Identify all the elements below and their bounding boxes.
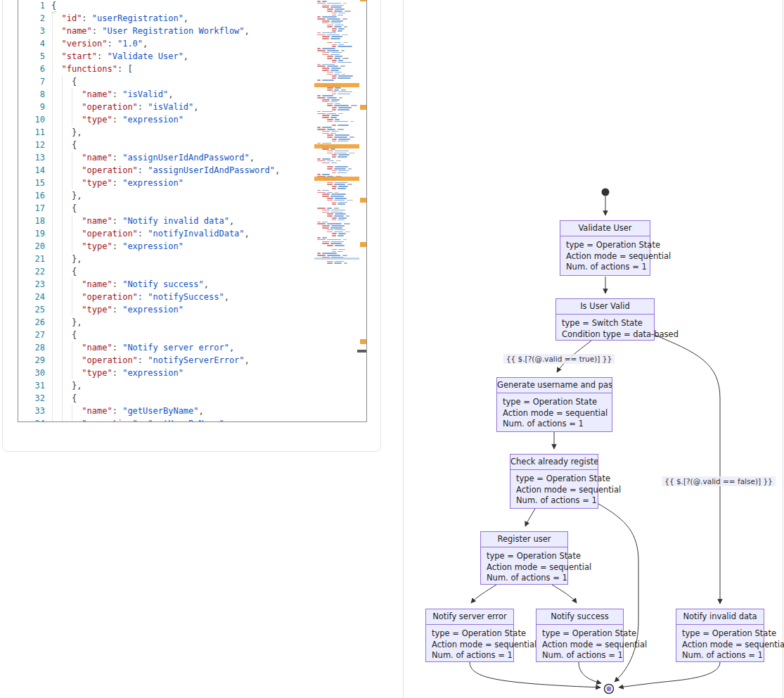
line-number: 3 [18,25,45,37]
line-number: 33 [18,405,45,417]
state-node-property: Action mode = sequential [516,485,598,496]
minimap-match-highlight [314,177,359,181]
state-node-property: Num. of actions = 1 [516,495,598,507]
line-number: 18 [18,215,45,227]
state-node-property: Action mode = sequential [566,251,650,262]
code-line: 13 "name": "assignUserIdAndPassword", [18,151,314,164]
state-node-title: Notify success [536,609,623,625]
state-node-property: Num. of actions = 1 [682,650,764,661]
state-node-property: Num. of actions = 1 [542,650,623,661]
line-number: 10 [18,113,45,126]
line-number: 2 [18,12,45,25]
workflow-diagram: Validate Usertype = Operation StateActio… [403,0,783,698]
start-node[interactable] [602,189,610,196]
line-number: 9 [18,101,45,113]
code-line: 16 }, [18,189,314,202]
minimap-match-highlight [314,83,359,87]
state-node-notify-success[interactable]: Notify successtype = Operation StateActi… [536,609,624,662]
code-line: 32 { [18,392,314,405]
state-node-register-user[interactable]: Register usertype = Operation StateActio… [480,531,568,585]
state-node-property: Action mode = sequential [503,408,612,419]
code-line: 20 "type": "expression" [18,240,314,253]
state-node-validate-user[interactable]: Validate Usertype = Operation StateActio… [560,220,650,276]
code-line: 23 "name": "Notify success", [18,278,314,291]
line-number: 1 [18,0,45,12]
code-lines: 1{2 "id": "userRegistration",3 "name": "… [18,0,314,422]
minimap[interactable] [314,1,359,416]
line-number: 12 [18,139,45,151]
state-node-property: type = Operation State [682,628,764,640]
code-line: 21 }, [18,253,314,265]
line-number: 31 [18,379,45,392]
end-node[interactable] [605,685,614,694]
code-line: 27 { [18,329,314,341]
line-number: 26 [18,316,45,329]
code-line: 9 "operation": "isValid", [18,101,314,113]
code-line: 24 "operation": "notifySuccess", [18,291,314,303]
page: 1{2 "id": "userRegistration",3 "name": "… [0,0,784,698]
line-number: 7 [18,75,45,88]
state-node-property: Num. of actions = 1 [487,573,567,584]
code-editor[interactable]: 1{2 "id": "userRegistration",3 "name": "… [18,0,367,422]
code-line: 19 "operation": "notifyInvalidData", [18,227,314,240]
state-node-notify-invalid-data[interactable]: Notify invalid datatype = Operation Stat… [676,609,764,662]
overview-ruler[interactable] [360,1,367,416]
line-number: 29 [18,354,45,367]
line-number: 24 [18,291,45,303]
code-line: 5 "start": "Validate User", [18,50,314,63]
state-node-generate-username-and-password[interactable]: Generate username and passwordtype = Ope… [496,377,612,432]
state-node-property: Action mode = sequential [487,562,567,573]
code-line: 33 "name": "getUserByName", [18,405,314,417]
minimap-selection-highlight [314,258,359,260]
line-number: 6 [18,63,45,75]
code-line: 1{ [18,0,314,12]
code-line: 31 }, [18,379,314,392]
line-number: 27 [18,329,45,341]
line-number: 11 [18,126,45,139]
code-line: 26 }, [18,316,314,329]
line-number: 30 [18,367,45,379]
line-number: 23 [18,278,45,291]
code-line: 6 "functions": [ [18,63,314,75]
code-line: 18 "name": "Notify invalid data", [18,215,314,227]
ruler-match-mark [360,198,367,203]
state-node-title: Generate username and password [497,378,612,393]
line-number: 34 [18,417,45,422]
code-line: 7 { [18,75,314,88]
state-node-is-user-valid[interactable]: Is User Validtype = Switch StateConditio… [555,298,655,341]
line-number: 25 [18,303,45,316]
code-line: 15 "type": "expression" [18,177,314,189]
ruler-cursor-mark [357,350,367,353]
line-number: 8 [18,88,45,101]
code-line: 3 "name": "User Registration Workflow", [18,25,314,37]
code-line: 12 { [18,139,314,151]
code-line: 34 "operation": "getUserByName", [18,417,314,422]
line-number: 16 [18,189,45,202]
code-line: 28 "name": "Notify server error", [18,341,314,354]
line-number: 20 [18,240,45,253]
code-line: 2 "id": "userRegistration", [18,12,314,25]
minimap-match-highlight [314,144,359,148]
code-line: 17 { [18,202,314,215]
ruler-match-mark [360,105,367,110]
code-line: 11 }, [18,126,314,139]
state-node-property: Action mode = sequential [682,640,764,651]
state-node-property: Num. of actions = 1 [432,650,513,661]
state-node-property: type = Operation State [503,397,612,408]
state-node-property: Num. of actions = 1 [503,419,612,430]
line-number: 5 [18,50,45,63]
state-node-title: Check already registered [510,455,598,470]
state-node-check-already-registered[interactable]: Check already registeredtype = Operation… [510,454,598,509]
state-node-title: Notify server error [426,609,513,625]
line-number: 32 [18,392,45,405]
line-number: 28 [18,341,45,354]
ruler-match-mark [360,242,367,247]
line-number: 15 [18,177,45,189]
code-line: 10 "type": "expression" [18,113,314,126]
state-node-title: Notify invalid data [676,609,764,625]
line-number: 17 [18,202,45,215]
state-node-notify-server-error[interactable]: Notify server errortype = Operation Stat… [425,609,514,662]
state-node-property: Action mode = sequential [432,640,513,651]
code-line: 29 "operation": "notifyServerError", [18,354,314,367]
code-line: 30 "type": "expression" [18,367,314,379]
